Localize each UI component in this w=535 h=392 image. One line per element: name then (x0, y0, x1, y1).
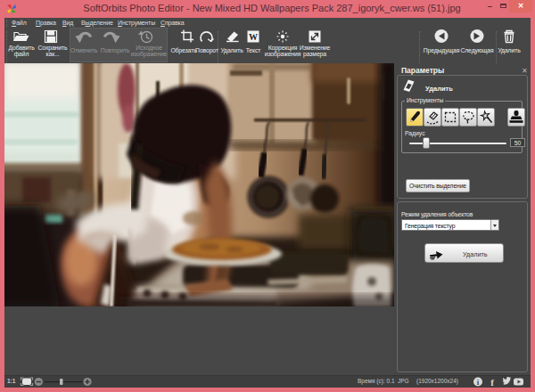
svg-text:W: W (249, 32, 258, 42)
svg-text:f: f (490, 377, 494, 388)
